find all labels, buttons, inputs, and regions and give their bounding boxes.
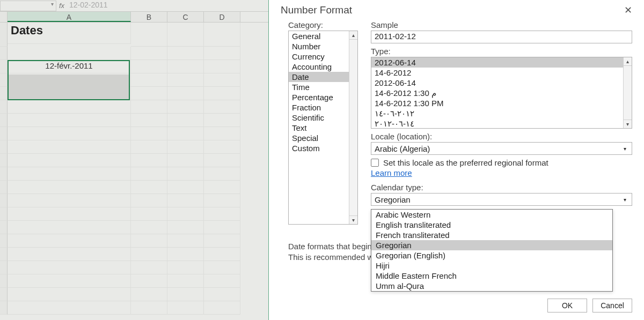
col-header-a[interactable]: A bbox=[8, 12, 131, 22]
scrollbar[interactable]: ▴▾ bbox=[623, 57, 632, 128]
row-header[interactable] bbox=[0, 87, 8, 100]
category-item-number[interactable]: Number bbox=[289, 41, 357, 51]
select-all-corner[interactable] bbox=[0, 12, 8, 22]
category-item-percentage[interactable]: Percentage bbox=[289, 92, 357, 102]
category-item-time[interactable]: Time bbox=[289, 82, 357, 92]
calendar-option-english-transliterated[interactable]: English transliterated bbox=[371, 220, 612, 230]
row-header[interactable] bbox=[0, 47, 8, 60]
scroll-up-icon[interactable]: ▴ bbox=[624, 57, 632, 66]
cell-b1[interactable] bbox=[131, 23, 167, 47]
category-item-date[interactable]: Date bbox=[289, 72, 357, 82]
category-item-special[interactable]: Special bbox=[289, 133, 357, 143]
category-listbox[interactable]: General Number Currency Accounting Date … bbox=[288, 31, 358, 225]
type-listbox[interactable]: 2012-06-14 14-6-2012 2012-06-14 14-6-201… bbox=[371, 57, 632, 129]
type-item[interactable]: 2012-06-14 bbox=[371, 57, 632, 68]
locale-value: Arabic (Algeria) bbox=[375, 144, 430, 153]
number-format-dialog: Number Format ✕ Category: General Number… bbox=[268, 0, 644, 320]
chevron-down-icon: ▾ bbox=[624, 146, 628, 152]
type-item[interactable]: 14-6-2012 1:30 PM bbox=[371, 98, 632, 108]
learn-more-link[interactable]: Learn more bbox=[371, 168, 632, 177]
cell-grid: Dates 12-févr.-2011 13-nov.-2021 31-déc.… bbox=[0, 23, 268, 315]
locale-label: Locale (location): bbox=[371, 132, 632, 141]
sample-value: 2011-02-12 bbox=[371, 31, 632, 43]
formula-input[interactable]: 12-02-2011 bbox=[66, 1, 268, 11]
category-item-text[interactable]: Text bbox=[289, 123, 357, 133]
set-locale-checkbox[interactable] bbox=[371, 159, 379, 167]
cell-a4[interactable]: 13-nov.-2021 bbox=[8, 73, 131, 87]
scrollbar[interactable]: ▴▾ bbox=[349, 31, 357, 224]
cell-c1[interactable] bbox=[167, 23, 204, 47]
col-header-b[interactable]: B bbox=[131, 12, 167, 22]
type-item[interactable]: 14-6-2012 bbox=[371, 68, 632, 78]
dialog-title: Number Format bbox=[281, 4, 352, 16]
calendar-option-french-transliterated[interactable]: French transliterated bbox=[371, 230, 612, 240]
type-label: Type: bbox=[371, 47, 632, 56]
close-icon[interactable]: ✕ bbox=[622, 4, 634, 16]
sample-label: Sample bbox=[371, 20, 632, 29]
cell-a3[interactable]: 12-févr.-2011 bbox=[8, 60, 131, 73]
category-item-accounting[interactable]: Accounting bbox=[289, 62, 357, 72]
scroll-down-icon[interactable]: ▾ bbox=[349, 215, 357, 224]
type-item[interactable]: 14-6-2012 1:30 م bbox=[371, 88, 632, 98]
calendar-option-umm-al-qura[interactable]: Umm al-Qura bbox=[371, 281, 612, 291]
type-item[interactable]: ٢٠١٢-٠٦-١٤ bbox=[371, 108, 632, 118]
calendar-dropdown-list[interactable]: Arabic Western English transliterated Fr… bbox=[371, 209, 613, 292]
type-item[interactable]: ١٤-٠٦-٢٠١٢ bbox=[371, 118, 632, 129]
type-item[interactable]: 2012-06-14 bbox=[371, 78, 632, 88]
category-item-fraction[interactable]: Fraction bbox=[289, 102, 357, 113]
calendar-option-hijri[interactable]: Hijri bbox=[371, 261, 612, 271]
category-item-scientific[interactable]: Scientific bbox=[289, 113, 357, 123]
fx-icon[interactable]: fx bbox=[57, 2, 66, 10]
row-header[interactable] bbox=[0, 60, 8, 73]
chevron-down-icon: ▾ bbox=[51, 1, 54, 7]
name-box[interactable]: ▾ bbox=[0, 1, 56, 11]
category-item-custom[interactable]: Custom bbox=[289, 143, 357, 153]
chevron-down-icon: ▾ bbox=[624, 197, 628, 203]
cell-a5[interactable]: 31-déc.-1990 bbox=[8, 87, 131, 100]
calendar-type-label: Calendar type: bbox=[371, 183, 632, 192]
set-locale-label: Set this locale as the preferred regiona… bbox=[383, 158, 548, 167]
cell-a2[interactable] bbox=[8, 47, 131, 60]
category-item-general[interactable]: General bbox=[289, 31, 357, 41]
col-header-c[interactable]: C bbox=[167, 12, 204, 22]
calendar-option-gregorian-english[interactable]: Gregorian (English) bbox=[371, 250, 612, 261]
calendar-option-arabic-western[interactable]: Arabic Western bbox=[371, 210, 612, 220]
cell-d1[interactable] bbox=[204, 23, 240, 47]
row-header[interactable] bbox=[0, 73, 8, 87]
col-header-d[interactable]: D bbox=[204, 12, 240, 22]
spreadsheet-area: ▾ fx 12-02-2011 A B C D Dates 12-févr.-2… bbox=[0, 0, 268, 320]
calendar-type-combobox[interactable]: Gregorian ▾ bbox=[371, 193, 632, 206]
cancel-button[interactable]: Cancel bbox=[592, 299, 632, 312]
scroll-down-icon[interactable]: ▾ bbox=[624, 120, 632, 128]
scroll-up-icon[interactable]: ▴ bbox=[349, 31, 357, 40]
calendar-value: Gregorian bbox=[375, 195, 411, 204]
row-header[interactable] bbox=[0, 23, 8, 47]
calendar-option-middle-eastern-french[interactable]: Middle Eastern French bbox=[371, 271, 612, 281]
ok-button[interactable]: OK bbox=[547, 299, 587, 312]
locale-combobox[interactable]: Arabic (Algeria) ▾ bbox=[371, 142, 632, 155]
category-label: Category: bbox=[288, 20, 358, 29]
category-item-currency[interactable]: Currency bbox=[289, 51, 357, 62]
cell-a1[interactable]: Dates bbox=[8, 23, 131, 44]
column-headers: A B C D bbox=[0, 12, 268, 23]
calendar-option-gregorian[interactable]: Gregorian bbox=[371, 240, 612, 250]
formula-bar: ▾ fx 12-02-2011 bbox=[0, 0, 268, 12]
